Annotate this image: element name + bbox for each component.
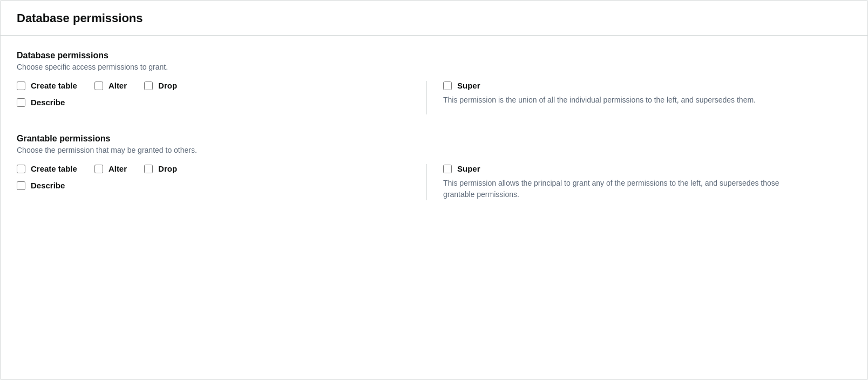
card-header: Database permissions — [1, 1, 867, 36]
gr-super-desc: This permission allows the principal to … — [443, 178, 789, 200]
db-describe-label: Describe — [31, 98, 65, 107]
gr-alter-label: Alter — [109, 164, 127, 173]
section-title-db: Database permissions — [17, 51, 851, 60]
grantable-permissions-section: Grantable permissions Choose the permiss… — [17, 134, 851, 200]
gr-drop-item[interactable]: Drop — [144, 164, 177, 173]
permissions-layout-db: Create table Alter Drop — [17, 81, 851, 114]
gr-super-permission: Super This permission allows the princip… — [443, 164, 851, 200]
db-create-table-item[interactable]: Create table — [17, 81, 77, 90]
database-permissions-section: Database permissions Choose specific acc… — [17, 51, 851, 114]
db-create-table-label: Create table — [31, 81, 77, 90]
gr-create-table-checkbox[interactable] — [17, 165, 25, 173]
gr-super-checkbox[interactable] — [443, 165, 452, 173]
permissions-left-gr: Create table Alter Drop — [17, 164, 427, 200]
db-super-desc: This permission is the union of all the … — [443, 94, 789, 106]
db-checkbox-row1: Create table Alter Drop — [17, 81, 410, 90]
gr-alter-item[interactable]: Alter — [94, 164, 127, 173]
db-alter-item[interactable]: Alter — [94, 81, 127, 90]
db-super-checkbox[interactable] — [443, 82, 452, 90]
section-title-gr: Grantable permissions — [17, 134, 851, 144]
db-describe-item[interactable]: Describe — [17, 98, 65, 107]
db-super-permission: Super This permission is the union of al… — [443, 81, 851, 106]
gr-describe-checkbox[interactable] — [17, 181, 25, 190]
permissions-layout-gr: Create table Alter Drop — [17, 164, 851, 200]
db-super-label: Super — [457, 81, 480, 90]
gr-create-table-label: Create table — [31, 164, 77, 173]
db-super-top: Super — [443, 81, 851, 90]
db-checkbox-row2: Describe — [17, 98, 410, 107]
gr-create-table-item[interactable]: Create table — [17, 164, 77, 173]
db-alter-checkbox[interactable] — [94, 82, 103, 90]
db-create-table-checkbox[interactable] — [17, 82, 25, 90]
permissions-right-db: Super This permission is the union of al… — [427, 81, 851, 114]
permissions-card: Database permissions Database permission… — [0, 0, 868, 380]
page-title: Database permissions — [17, 11, 851, 25]
card-body: Database permissions Choose specific acc… — [1, 36, 867, 235]
gr-describe-item[interactable]: Describe — [17, 181, 65, 190]
db-drop-label: Drop — [158, 81, 177, 90]
db-drop-item[interactable]: Drop — [144, 81, 177, 90]
gr-drop-label: Drop — [158, 164, 177, 173]
permissions-left-db: Create table Alter Drop — [17, 81, 427, 114]
db-describe-checkbox[interactable] — [17, 98, 25, 107]
gr-drop-checkbox[interactable] — [144, 165, 153, 173]
gr-alter-checkbox[interactable] — [94, 165, 103, 173]
gr-describe-label: Describe — [31, 181, 65, 190]
section-subtitle-gr: Choose the permission that may be grante… — [17, 146, 851, 154]
gr-super-top: Super — [443, 164, 851, 173]
db-alter-label: Alter — [109, 81, 127, 90]
gr-checkbox-row2: Describe — [17, 181, 410, 190]
section-subtitle-db: Choose specific access permissions to gr… — [17, 63, 851, 71]
db-drop-checkbox[interactable] — [144, 82, 153, 90]
gr-super-label: Super — [457, 164, 480, 173]
gr-checkbox-row1: Create table Alter Drop — [17, 164, 410, 173]
permissions-right-gr: Super This permission allows the princip… — [427, 164, 851, 200]
